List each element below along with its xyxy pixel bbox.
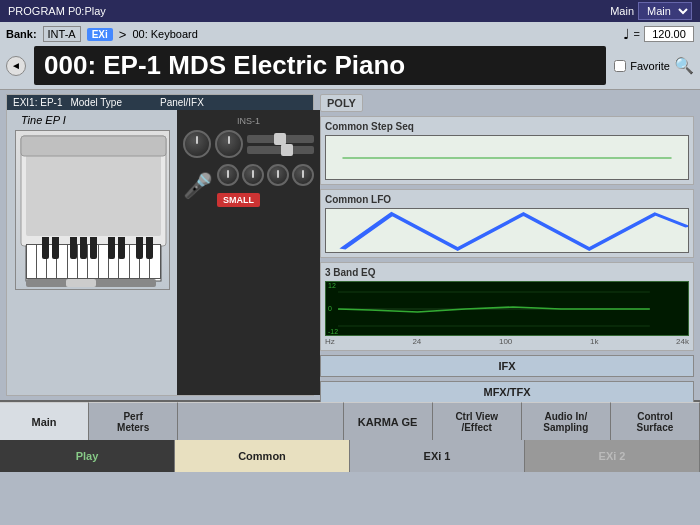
ifx-button[interactable]: IFX bbox=[320, 355, 694, 377]
common-step-seq-section: Common Step Seq bbox=[320, 116, 694, 185]
left-panel: EXI1: EP-1 Model Type Panel/IFX Tine EP … bbox=[6, 94, 314, 396]
piano-tone-label: Tine EP I bbox=[21, 114, 66, 126]
common-lfo-title: Common LFO bbox=[325, 194, 689, 205]
eq-db-labels: 12 0 -12 bbox=[328, 282, 338, 335]
eq-freq-hz: Hz bbox=[325, 337, 335, 346]
nav-arrow-prev[interactable]: ◄ bbox=[6, 56, 26, 76]
h-slider-2[interactable] bbox=[247, 146, 314, 154]
preset-path: 00: Keyboard bbox=[132, 28, 616, 40]
black-key bbox=[90, 237, 97, 259]
tab-play[interactable]: Play bbox=[0, 440, 175, 472]
bank-label: Bank: bbox=[6, 28, 37, 40]
tab-karma-ge[interactable]: KARMA GE bbox=[344, 402, 433, 440]
knob-1[interactable] bbox=[183, 130, 211, 158]
tab-exi1[interactable]: EXi 1 bbox=[350, 440, 525, 472]
title-bar: PROGRAM P0:Play Main Main bbox=[0, 0, 700, 22]
exi-panel: EXI1: EP-1 Model Type Panel/IFX Tine EP … bbox=[6, 94, 314, 396]
h-slider-thumb-1[interactable] bbox=[274, 133, 286, 145]
title-bar-right: Main Main bbox=[610, 2, 692, 20]
main-content: EXI1: EP-1 Model Type Panel/IFX Tine EP … bbox=[0, 90, 700, 400]
piano-image bbox=[15, 130, 170, 290]
eq-freq-1k: 1k bbox=[590, 337, 598, 346]
microphone-icon: 🎤 bbox=[183, 172, 213, 200]
exi-header: EXI1: EP-1 Model Type Panel/IFX bbox=[7, 95, 313, 110]
h-slider-1[interactable] bbox=[247, 135, 314, 143]
title-bar-section: Main bbox=[610, 5, 634, 17]
bank-value: INT-A bbox=[43, 26, 81, 42]
eq-db-neg12: -12 bbox=[328, 328, 338, 335]
lfo-svg bbox=[326, 209, 688, 253]
title-bar-text: PROGRAM P0:Play bbox=[8, 5, 106, 17]
eq-section: 3 Band EQ 12 0 -12 Hz 24 bbox=[320, 262, 694, 351]
tempo-value[interactable]: 120.00 bbox=[644, 26, 694, 42]
step-seq-display[interactable] bbox=[325, 135, 689, 180]
program-name-bar: 000: EP-1 MDS Electric Piano bbox=[34, 46, 606, 85]
eq-db-0: 0 bbox=[328, 305, 338, 312]
piano-section: Tine EP I bbox=[7, 110, 177, 395]
bank-arrow: > bbox=[119, 27, 127, 42]
tab-common[interactable]: Common bbox=[175, 440, 350, 472]
bottom-controls: SMALL bbox=[217, 164, 314, 207]
common-lfo-section: Common LFO bbox=[320, 189, 694, 258]
exi-label3: Panel/IFX bbox=[160, 97, 204, 108]
black-keys-overlay bbox=[35, 237, 155, 259]
bottom-knobs bbox=[217, 164, 314, 186]
knob-6[interactable] bbox=[292, 164, 314, 186]
eq-freq-labels: Hz 24 100 1k 24k bbox=[325, 337, 689, 346]
poly-badge: POLY bbox=[320, 94, 363, 112]
black-key bbox=[136, 237, 143, 259]
eq-title: 3 Band EQ bbox=[325, 267, 689, 278]
tab-perf-meters[interactable]: PerfMeters bbox=[89, 402, 178, 440]
tab-main[interactable]: Main bbox=[0, 402, 89, 440]
lfo-display[interactable] bbox=[325, 208, 689, 253]
black-key bbox=[108, 237, 115, 259]
eq-display[interactable]: 12 0 -12 bbox=[325, 281, 689, 336]
tab-ctrl-view[interactable]: Ctrl View/Effect bbox=[433, 402, 522, 440]
exi-label1: EXI1: EP-1 bbox=[13, 97, 62, 108]
slider-thumb[interactable] bbox=[66, 279, 96, 287]
bottom-row: Play Common EXi 1 EXi 2 bbox=[0, 440, 700, 472]
knob-4[interactable] bbox=[242, 164, 264, 186]
tab-exi2: EXi 2 bbox=[525, 440, 700, 472]
mfx-button[interactable]: MFX/TFX bbox=[320, 381, 694, 403]
exi-badge[interactable]: EXi bbox=[87, 28, 113, 41]
black-key bbox=[146, 237, 153, 259]
knobs-row-top bbox=[183, 130, 314, 158]
search-button[interactable]: 🔍 bbox=[674, 56, 694, 75]
exi-body: Tine EP I bbox=[7, 110, 313, 395]
tempo-equals: = bbox=[634, 28, 640, 40]
title-bar-dropdown[interactable]: Main bbox=[638, 2, 692, 20]
favorite-checkbox[interactable] bbox=[614, 60, 626, 72]
tempo-icon: ♩ bbox=[623, 26, 630, 42]
knob-3[interactable] bbox=[217, 164, 239, 186]
knob-5[interactable] bbox=[267, 164, 289, 186]
common-step-seq-title: Common Step Seq bbox=[325, 121, 689, 132]
black-key bbox=[52, 237, 59, 259]
program-row: ◄ 000: EP-1 MDS Electric Piano Favorite … bbox=[6, 46, 694, 85]
favorite-label: Favorite bbox=[630, 60, 670, 72]
favorite-area: Favorite 🔍 bbox=[614, 56, 694, 75]
position-slider[interactable] bbox=[26, 279, 156, 287]
panel-header: INS-1 bbox=[183, 116, 314, 126]
eq-freq-100: 100 bbox=[499, 337, 512, 346]
knobs-row-bottom: 🎤 SMALL bbox=[183, 164, 314, 207]
eq-svg bbox=[338, 282, 688, 336]
exi-label2: Model Type bbox=[70, 97, 122, 108]
eq-freq-24: 24 bbox=[412, 337, 421, 346]
tab-audio-in[interactable]: Audio In/Sampling bbox=[522, 402, 611, 440]
tab-control-surface[interactable]: ControlSurface bbox=[611, 402, 700, 440]
step-seq-svg bbox=[326, 136, 688, 180]
black-key bbox=[42, 237, 49, 259]
tempo-area: ♩ = 120.00 bbox=[623, 26, 694, 42]
black-key bbox=[70, 237, 77, 259]
knob-2[interactable] bbox=[215, 130, 243, 158]
tab-empty bbox=[178, 402, 343, 440]
eq-freq-24k: 24k bbox=[676, 337, 689, 346]
small-badge: SMALL bbox=[217, 193, 260, 207]
right-panel: POLY Common Step Seq Common LFO bbox=[320, 94, 694, 396]
black-key bbox=[118, 237, 125, 259]
synth-panel: INS-1 bbox=[177, 110, 320, 395]
bank-row: Bank: INT-A EXi > 00: Keyboard ♩ = 120.0… bbox=[6, 26, 694, 42]
svg-rect-2 bbox=[21, 136, 166, 156]
h-slider-thumb-2[interactable] bbox=[281, 144, 293, 156]
